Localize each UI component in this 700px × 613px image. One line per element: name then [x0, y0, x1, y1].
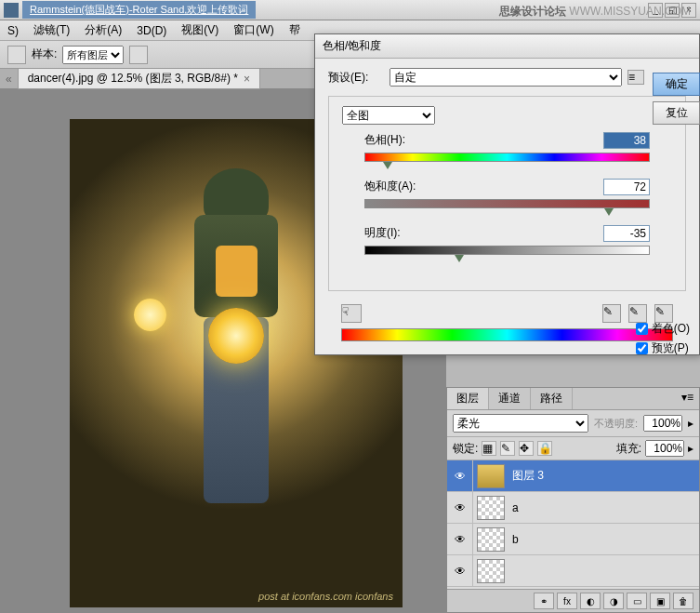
- range-select[interactable]: 全图: [342, 106, 435, 125]
- layer-name[interactable]: b: [508, 533, 699, 546]
- doctab-prev-icon[interactable]: «: [6, 73, 12, 86]
- menu-3d[interactable]: 3D(D): [137, 24, 166, 37]
- tool-preset-icon[interactable]: [7, 46, 26, 64]
- opacity-input[interactable]: [643, 415, 682, 432]
- fill-arrow-icon[interactable]: ▸: [688, 442, 693, 455]
- hue-input[interactable]: [603, 132, 650, 149]
- delete-layer-icon[interactable]: 🗑: [673, 593, 693, 609]
- sample-select[interactable]: 所有图层: [62, 46, 124, 64]
- eyedropper-sub-icon[interactable]: ✎: [654, 304, 673, 323]
- scrubby-icon[interactable]: ☟: [341, 304, 362, 323]
- lightness-label: 明度(I):: [364, 225, 401, 242]
- hue-slider[interactable]: [364, 153, 650, 162]
- layer-thumb[interactable]: [477, 527, 505, 552]
- menu-analysis[interactable]: 分析(A): [85, 22, 122, 38]
- layers-panel: 图层 通道 路径 ▾≡ 柔光 不透明度: ▸ 锁定: ▦ ✎ ✥ 🔒 填充: ▸…: [446, 387, 700, 613]
- layers-footer: ⚭ fx ◐ ◑ ▭ ▣ 🗑: [447, 589, 699, 612]
- layer-row[interactable]: 👁 a: [447, 492, 699, 524]
- dialog-buttons: 确定 复位: [653, 73, 700, 125]
- taskbar-title[interactable]: Rammstein(德国战车)-Roter Sand,欢迎上传歌词: [22, 1, 256, 19]
- glow-orb-large: [208, 308, 264, 364]
- layer-thumb[interactable]: [477, 464, 505, 488]
- layer-row[interactable]: 👁: [447, 555, 699, 587]
- menu-filter[interactable]: 滤镜(T): [33, 22, 70, 38]
- fill-input[interactable]: [645, 440, 684, 457]
- blend-mode-select[interactable]: 柔光: [453, 414, 588, 433]
- tab-channels[interactable]: 通道: [489, 388, 531, 409]
- preset-menu-icon[interactable]: ≡: [627, 70, 644, 85]
- lock-label: 锁定:: [453, 441, 478, 457]
- preview-checkbox[interactable]: 预览(P): [636, 340, 690, 356]
- reset-button[interactable]: 复位: [653, 101, 700, 125]
- layer-name[interactable]: 图层 3: [508, 468, 699, 484]
- lock-all-icon[interactable]: 🔒: [537, 441, 552, 456]
- ok-button[interactable]: 确定: [653, 73, 700, 96]
- preset-label: 预设(E):: [328, 70, 384, 86]
- document-tab[interactable]: dancer(4).jpg @ 12.5% (图层 3, RGB/8#) * ×: [18, 68, 260, 89]
- colorize-checkbox[interactable]: 着色(O): [636, 321, 690, 337]
- saturation-input[interactable]: [603, 179, 650, 195]
- fill-label: 填充:: [616, 441, 641, 457]
- adjustment-layer-icon[interactable]: ◑: [603, 593, 624, 609]
- opacity-arrow-icon[interactable]: ▸: [688, 417, 693, 430]
- hue-strip: [341, 328, 673, 341]
- visibility-icon[interactable]: 👁: [447, 524, 473, 554]
- layer-row[interactable]: 👁 b: [447, 524, 699, 555]
- visibility-icon[interactable]: 👁: [447, 555, 473, 586]
- tab-close-icon[interactable]: ×: [244, 73, 250, 86]
- visibility-icon[interactable]: 👁: [447, 492, 473, 523]
- dancer-figure: [152, 168, 320, 559]
- lock-transparent-icon[interactable]: ▦: [482, 441, 496, 456]
- eyedropper-icon[interactable]: ✎: [602, 304, 621, 323]
- visibility-icon[interactable]: 👁: [447, 460, 473, 491]
- eyedropper-add-icon[interactable]: ✎: [628, 304, 647, 323]
- group-icon[interactable]: ▭: [627, 593, 647, 609]
- layer-list: 👁 图层 3 👁 a 👁 b 👁: [447, 460, 699, 589]
- tab-paths[interactable]: 路径: [531, 388, 573, 409]
- layer-fx-icon[interactable]: fx: [557, 593, 577, 609]
- preset-select[interactable]: 自定: [390, 68, 622, 87]
- layer-mask-icon[interactable]: ◐: [580, 593, 601, 609]
- menu-help[interactable]: 帮: [289, 22, 300, 38]
- tab-layers[interactable]: 图层: [447, 388, 489, 409]
- layer-thumb[interactable]: [477, 496, 505, 520]
- saturation-label: 饱和度(A):: [364, 179, 416, 195]
- layer-row[interactable]: 👁 图层 3: [447, 460, 699, 492]
- hue-label: 色相(H):: [364, 132, 405, 149]
- saturation-slider[interactable]: [364, 199, 650, 208]
- link-layers-icon[interactable]: ⚭: [534, 593, 554, 609]
- lock-position-icon[interactable]: ✥: [519, 441, 534, 456]
- app-icon: [4, 3, 19, 18]
- document-tab-label: dancer(4).jpg @ 12.5% (图层 3, RGB/8#) *: [28, 71, 238, 87]
- new-layer-icon[interactable]: ▣: [650, 593, 670, 609]
- slider-group: 全图 色相(H): 饱和度(A):: [328, 96, 686, 291]
- panel-menu-icon[interactable]: ▾≡: [676, 388, 699, 409]
- lock-pixels-icon[interactable]: ✎: [500, 441, 515, 456]
- menu-window[interactable]: 窗口(W): [233, 22, 273, 38]
- layer-name[interactable]: a: [508, 501, 699, 514]
- layer-thumb[interactable]: [477, 559, 505, 583]
- glow-orb-small: [134, 299, 166, 331]
- opacity-label: 不透明度:: [594, 417, 638, 431]
- dialog-title[interactable]: 色相/饱和度: [315, 34, 699, 59]
- image-credit: post at iconfans.com iconfans: [258, 591, 393, 602]
- opt-icon[interactable]: [129, 46, 148, 64]
- watermark: 思缘设计论坛 WWW.MISSYUAN.COM: [499, 4, 691, 20]
- menu-s[interactable]: S): [7, 24, 19, 37]
- lightness-slider[interactable]: [364, 246, 650, 255]
- sample-label: 样本:: [32, 47, 57, 62]
- hue-saturation-dialog: 色相/饱和度 预设(E): 自定 ≡ 全图 色相(H):: [314, 33, 700, 355]
- menu-view[interactable]: 视图(V): [181, 22, 218, 38]
- lightness-input[interactable]: [603, 225, 650, 242]
